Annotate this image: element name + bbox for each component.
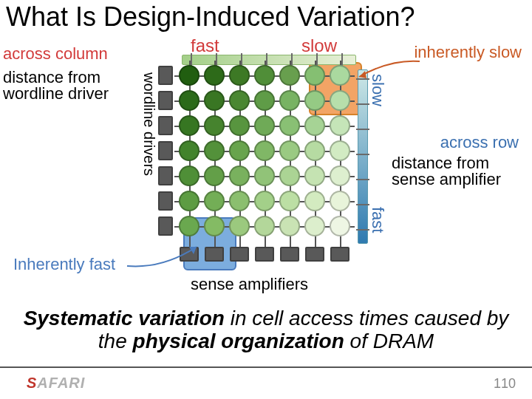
dram-cell bbox=[254, 216, 275, 236]
sense-amplifier bbox=[305, 247, 324, 262]
dram-cell bbox=[304, 65, 325, 86]
logo-letter: S bbox=[27, 375, 37, 391]
dram-cell bbox=[304, 191, 325, 211]
label-sense-amplifiers: sense amplifiers bbox=[191, 275, 308, 294]
dram-cell bbox=[330, 115, 350, 136]
label-fast-right: fast bbox=[368, 207, 387, 233]
sense-amplifier bbox=[255, 247, 274, 262]
row-ticks bbox=[358, 69, 368, 244]
label-inherently-slow: inherently slow bbox=[414, 43, 522, 62]
text: of DRAM bbox=[344, 330, 434, 352]
dram-cell bbox=[254, 90, 275, 111]
dram-cell bbox=[279, 216, 300, 236]
dram-cell bbox=[229, 191, 250, 211]
wordline-driver bbox=[158, 141, 173, 160]
conclusion-text: Systematic variation in cell access time… bbox=[0, 307, 532, 353]
wordline-driver bbox=[158, 91, 173, 110]
sense-amplifier bbox=[230, 247, 249, 262]
label-inherently-fast: Inherently fast bbox=[13, 255, 115, 274]
dram-cell bbox=[279, 191, 300, 211]
safari-logo: SAFARI bbox=[27, 375, 85, 392]
dram-cell bbox=[279, 115, 300, 136]
dram-cell bbox=[204, 65, 225, 86]
dram-cell bbox=[179, 140, 200, 161]
dram-cell bbox=[204, 216, 225, 236]
label-fast-top: fast bbox=[191, 35, 219, 56]
dram-cell bbox=[204, 140, 225, 161]
arrow-fast bbox=[123, 241, 204, 270]
wordline-driver bbox=[158, 166, 173, 185]
dram-cell bbox=[304, 216, 325, 236]
dram-cell bbox=[330, 191, 350, 211]
dram-cell bbox=[179, 191, 200, 211]
label-across-column: across column bbox=[3, 44, 108, 64]
sense-amplifier bbox=[205, 247, 224, 262]
dram-cell bbox=[204, 115, 225, 136]
label-distance-wordline: distance from wordline driver bbox=[3, 69, 109, 102]
arrow-slow bbox=[353, 58, 427, 87]
footer-divider bbox=[0, 366, 532, 368]
text-line: wordline driver bbox=[3, 84, 109, 103]
dram-cell bbox=[229, 216, 250, 236]
dram-cell bbox=[229, 166, 250, 186]
dram-cell bbox=[179, 216, 200, 236]
dram-cell bbox=[254, 140, 275, 161]
dram-cell bbox=[279, 140, 300, 161]
dram-cell bbox=[229, 140, 250, 161]
dram-cell bbox=[330, 166, 350, 186]
wordline-driver bbox=[158, 191, 173, 211]
label-slow-top: slow bbox=[301, 35, 337, 56]
slide-title: What Is Design-Induced Variation? bbox=[6, 1, 415, 33]
wordline-driver bbox=[158, 116, 173, 135]
dram-cell bbox=[304, 115, 325, 136]
label-wordline-drivers: wordline drivers bbox=[140, 72, 157, 176]
dram-cell bbox=[254, 191, 275, 211]
dram-cell bbox=[254, 65, 275, 86]
label-across-row: across row bbox=[440, 133, 519, 152]
dram-cell bbox=[330, 216, 350, 236]
dram-cell bbox=[254, 115, 275, 136]
dram-cell bbox=[330, 140, 350, 161]
wordline-driver bbox=[158, 216, 173, 236]
dram-cell bbox=[179, 115, 200, 136]
dram-cell bbox=[279, 90, 300, 111]
wordline-driver bbox=[158, 66, 173, 85]
dram-cell bbox=[204, 90, 225, 111]
dram-cell bbox=[179, 90, 200, 111]
dram-cell bbox=[254, 166, 275, 186]
dram-cell bbox=[229, 90, 250, 111]
dram-cell bbox=[204, 191, 225, 211]
logo-rest: AFARI bbox=[37, 375, 85, 391]
label-distance-sense: distance from sense amplifier bbox=[392, 155, 525, 188]
dram-cell bbox=[279, 166, 300, 186]
page-number: 110 bbox=[494, 376, 516, 392]
dram-cell bbox=[179, 65, 200, 86]
dram-cell bbox=[304, 166, 325, 186]
dram-cell bbox=[279, 65, 300, 86]
dram-cell bbox=[304, 140, 325, 161]
dram-cell bbox=[330, 90, 350, 111]
column-ticks bbox=[182, 55, 356, 65]
dram-cell bbox=[204, 166, 225, 186]
sense-amplifier bbox=[330, 247, 349, 262]
text-bold: Systematic variation bbox=[24, 307, 225, 330]
dram-cell bbox=[229, 65, 250, 86]
dram-cell bbox=[229, 115, 250, 136]
dram-cell bbox=[304, 90, 325, 111]
svg-marker-0 bbox=[359, 71, 366, 78]
text-bold: physical organization bbox=[133, 330, 344, 352]
dram-cell bbox=[330, 65, 350, 86]
sense-amplifier bbox=[280, 247, 299, 262]
dram-cell bbox=[179, 166, 200, 186]
